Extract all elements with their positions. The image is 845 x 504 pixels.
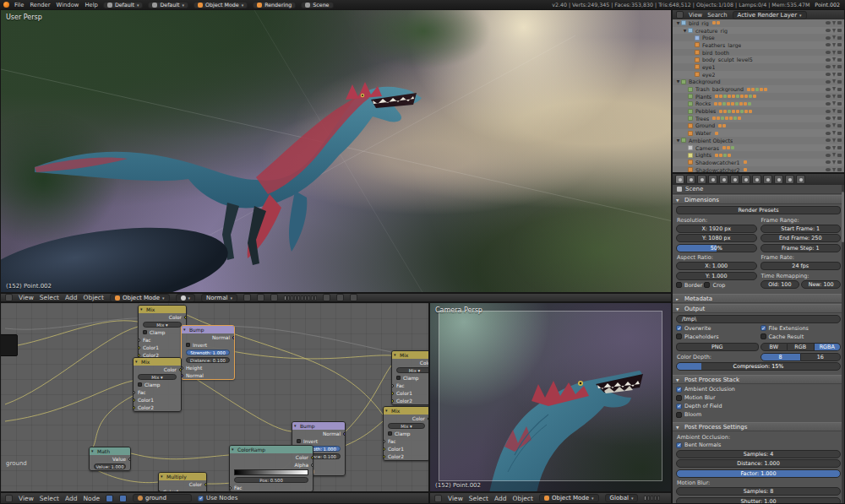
render-toggle-icon[interactable] — [837, 102, 842, 106]
eye-toggle-icon[interactable] — [826, 95, 831, 98]
select-toggle-icon[interactable] — [832, 57, 836, 62]
eye-toggle-icon[interactable] — [826, 29, 831, 32]
node-mix-0[interactable]: MixColorMix ▾ClampFacColor1Color2 — [138, 305, 187, 360]
node-dropdown[interactable]: Mix ▾ — [396, 367, 429, 373]
menu-view[interactable]: View — [448, 495, 463, 502]
select-toggle-icon[interactable] — [832, 123, 836, 127]
crop-checkbox[interactable]: Crop — [704, 281, 725, 289]
resolution-x-field[interactable]: X: 1920 px — [676, 225, 757, 233]
input-socket-icon[interactable] — [391, 399, 394, 403]
select-toggle-icon[interactable] — [832, 79, 836, 84]
node-checkbox-icon[interactable] — [186, 343, 190, 347]
node-mix-3[interactable]: MixColorMix ▾ClampFacColor1Color2 — [391, 350, 429, 405]
material-datablock-field[interactable]: ground — [133, 494, 192, 502]
scene-chip[interactable]: Scene — [301, 2, 333, 8]
viewport-3d[interactable]: User Persp (152) Point.002 — [0, 9, 672, 293]
scrollbar-thumb[interactable] — [842, 192, 844, 242]
select-toggle-icon[interactable] — [832, 160, 836, 165]
tab-data[interactable] — [752, 175, 761, 184]
clipped-node[interactable] — [0, 334, 18, 356]
mb-samples-field[interactable]: Samples: 8 — [676, 487, 841, 496]
translate-manipulator-icon[interactable] — [243, 294, 251, 301]
render-toggle-icon[interactable] — [837, 117, 842, 120]
tab-modifiers[interactable] — [741, 175, 750, 184]
select-toggle-icon[interactable] — [832, 95, 836, 99]
output-socket-icon[interactable] — [311, 456, 313, 459]
snap-magnet-icon[interactable] — [323, 294, 330, 301]
panel-metadata[interactable]: Metadata — [673, 294, 844, 303]
menu-select[interactable]: Select — [40, 294, 59, 301]
outliner-item-eye2[interactable]: eye2 — [673, 71, 844, 79]
menu-window[interactable]: Window — [57, 2, 79, 8]
select-toggle-icon[interactable] — [832, 35, 836, 40]
screen-layout-select[interactable]: Default▾ — [103, 2, 144, 8]
menu-object[interactable]: Object — [83, 294, 103, 301]
menu-object[interactable]: Object — [512, 495, 532, 502]
menu-node[interactable]: Node — [83, 495, 100, 502]
render-toggle-icon[interactable] — [837, 29, 842, 32]
transform-orientation-select[interactable]: Normal▾ — [201, 294, 237, 302]
eye-toggle-icon[interactable] — [826, 80, 831, 84]
rotate-manipulator-icon[interactable] — [257, 294, 264, 301]
editor-type-icon[interactable] — [434, 495, 442, 502]
camera-viewport[interactable]: Camera Persp (152) Point.002 — [429, 302, 672, 492]
node-editor[interactable]: ground MixColorMix ▾ClampFa — [0, 302, 429, 492]
properties-scrollbar[interactable] — [842, 185, 844, 503]
aspect-x-field[interactable]: X: 1.000 — [676, 262, 757, 270]
blender-logo-icon[interactable] — [3, 2, 9, 8]
render-toggle-icon[interactable] — [837, 132, 842, 135]
render-toggle-icon[interactable] — [837, 65, 842, 68]
render-toggle-icon[interactable] — [837, 51, 842, 54]
node-value-field[interactable]: Pos: 0.500 — [234, 477, 308, 483]
render-opengl-icon[interactable] — [336, 294, 344, 301]
select-toggle-icon[interactable] — [832, 87, 836, 91]
cache-result-checkbox[interactable]: Cache Result — [760, 333, 842, 340]
tab-object[interactable] — [719, 175, 728, 184]
output-socket-icon[interactable] — [311, 463, 313, 467]
eye-toggle-icon[interactable] — [826, 110, 831, 113]
render-toggle-icon[interactable] — [837, 80, 842, 84]
outliner-item-body-sculpt-level5[interactable]: body_sculpt_level5 — [673, 56, 844, 63]
menu-select[interactable]: Select — [40, 495, 59, 502]
tab-render-layers[interactable] — [686, 175, 695, 184]
viewport-shading-select[interactable]: ▾ — [176, 294, 196, 302]
tab-material[interactable] — [763, 175, 772, 184]
outliner-item-pose[interactable]: Pose — [673, 34, 844, 41]
select-toggle-icon[interactable] — [832, 101, 836, 106]
compression-slider[interactable]: Compression: 15% — [676, 362, 841, 371]
color-ramp-gradient[interactable] — [234, 469, 308, 475]
input-socket-icon[interactable] — [383, 455, 385, 458]
outliner-item-water[interactable]: Water — [673, 129, 844, 137]
outliner-item-shadowcatcher1[interactable]: Shadowcatcher1 — [673, 159, 844, 166]
node-mix-2[interactable]: MixColorMix ▾ClampFacColor1Color2 — [133, 357, 182, 412]
end-frame-field[interactable]: End Frame: 250 — [760, 234, 842, 242]
node-mix-4[interactable]: MixColorMix ▾ClampFacColor1Color2 — [383, 406, 429, 461]
render-toggle-icon[interactable] — [837, 95, 842, 98]
eye-toggle-icon[interactable] — [826, 51, 831, 54]
eye-toggle-icon[interactable] — [826, 21, 831, 24]
tab-constraints[interactable] — [730, 175, 739, 184]
select-toggle-icon[interactable] — [832, 51, 836, 55]
render-toggle-icon[interactable] — [837, 88, 842, 91]
render-toggle-icon[interactable] — [837, 154, 842, 157]
channels-rgb-button[interactable]: RGB — [788, 343, 815, 351]
output-socket-icon[interactable] — [343, 432, 346, 436]
ao-factor-slider[interactable]: Factor: 1.000 — [676, 469, 841, 478]
panel-post-process-stack[interactable]: Post Process Stack — [673, 375, 844, 384]
scale-manipulator-icon[interactable] — [270, 294, 278, 301]
menu-view[interactable]: View — [19, 495, 34, 502]
input-socket-icon[interactable] — [138, 346, 140, 350]
input-socket-icon[interactable] — [229, 486, 232, 490]
menu-help[interactable]: Help — [84, 2, 98, 8]
eye-toggle-icon[interactable] — [826, 138, 831, 142]
placeholders-checkbox[interactable]: Placeholders — [676, 333, 757, 340]
file-format-select[interactable]: PNG — [676, 343, 759, 351]
outliner-search-menu[interactable]: Search — [707, 12, 727, 19]
eye-toggle-icon[interactable] — [826, 160, 831, 164]
node-multiply-8[interactable]: MultiplyColorColor1Color2 — [158, 472, 207, 492]
outliner-item-trees[interactable]: Trees — [673, 115, 844, 122]
eye-toggle-icon[interactable] — [826, 65, 831, 68]
select-toggle-icon[interactable] — [832, 43, 836, 47]
node-checkbox-icon[interactable] — [138, 382, 142, 387]
render-toggle-icon[interactable] — [837, 43, 842, 46]
